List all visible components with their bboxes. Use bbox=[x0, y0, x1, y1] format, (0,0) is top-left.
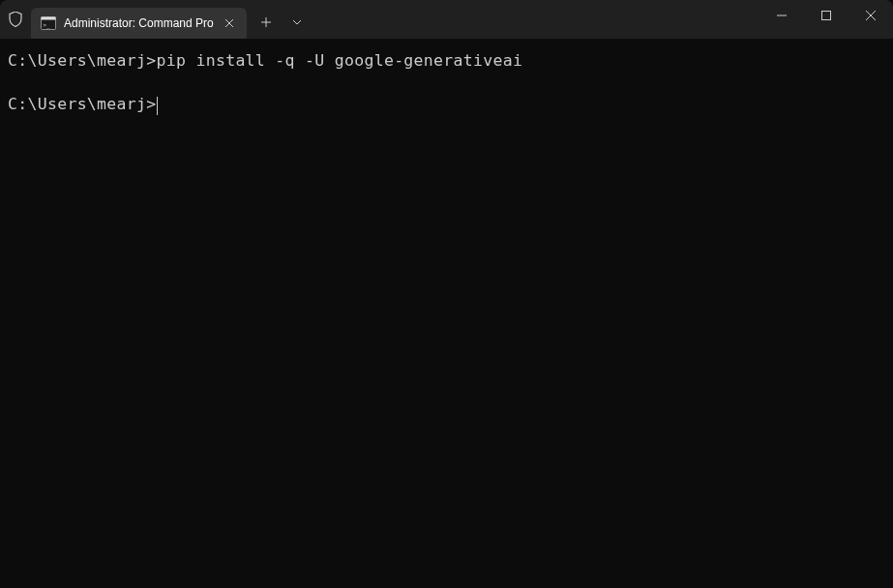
close-button[interactable] bbox=[848, 0, 893, 31]
svg-text:>_: >_ bbox=[44, 21, 51, 29]
command-text: pip install -q -U google-generativeai bbox=[157, 51, 523, 70]
maximize-button[interactable] bbox=[804, 0, 848, 31]
prompt-text: C:\Users\mearj> bbox=[8, 51, 157, 70]
svg-rect-1 bbox=[42, 17, 56, 20]
svg-rect-3 bbox=[822, 12, 831, 20]
tab-actions bbox=[251, 0, 313, 39]
minimize-button[interactable] bbox=[759, 0, 804, 31]
new-tab-button[interactable] bbox=[251, 7, 282, 38]
tab-active[interactable]: >_ Administrator: Command Pro bbox=[31, 8, 247, 39]
cursor bbox=[157, 97, 159, 114]
tab-close-button[interactable] bbox=[222, 15, 237, 31]
terminal-area[interactable]: C:\Users\mearj>pip install -q -U google-… bbox=[0, 39, 893, 127]
terminal-line: C:\Users\mearj> bbox=[8, 94, 885, 115]
titlebar-left: >_ Administrator: Command Pro bbox=[0, 0, 313, 39]
tab-dropdown-button[interactable] bbox=[282, 7, 313, 38]
prompt-text: C:\Users\mearj> bbox=[8, 95, 157, 113]
window-controls bbox=[759, 0, 893, 39]
shield-icon bbox=[0, 0, 31, 39]
terminal-line: C:\Users\mearj>pip install -q -U google-… bbox=[8, 50, 885, 72]
cmd-icon: >_ bbox=[41, 15, 56, 31]
terminal-line bbox=[8, 72, 885, 93]
tab-title: Administrator: Command Pro bbox=[64, 16, 214, 30]
titlebar: >_ Administrator: Command Pro bbox=[0, 0, 893, 39]
